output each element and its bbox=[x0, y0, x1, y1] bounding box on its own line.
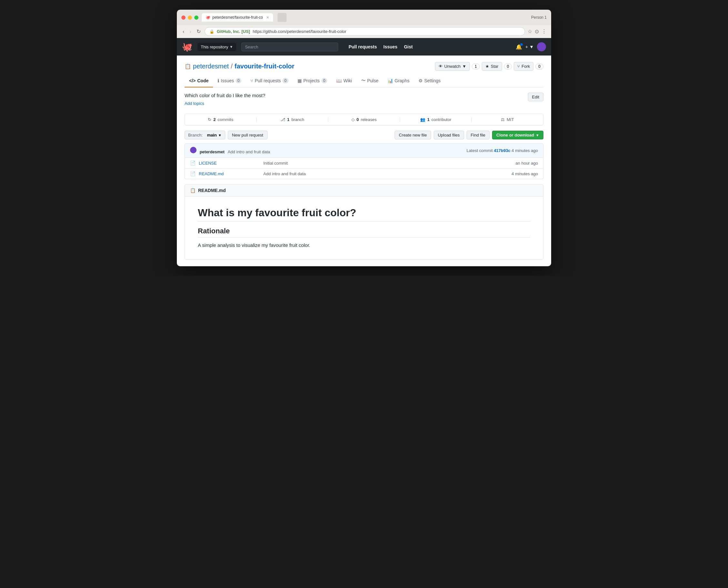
tab-settings-label: Settings bbox=[424, 78, 441, 83]
nav-issues[interactable]: Issues bbox=[383, 44, 398, 49]
extensions-icon[interactable]: ⊙ bbox=[535, 28, 539, 35]
nav-pull-requests[interactable]: Pull requests bbox=[348, 44, 377, 49]
repo-name-link[interactable]: favourite-fruit-color bbox=[235, 63, 295, 70]
new-pull-request-button[interactable]: New pull request bbox=[228, 131, 267, 140]
back-button[interactable]: ‹ bbox=[181, 28, 186, 35]
find-file-button[interactable]: Find file bbox=[467, 131, 490, 140]
minimize-button[interactable] bbox=[188, 16, 192, 20]
clone-or-download-button[interactable]: Clone or download ▼ bbox=[492, 131, 543, 140]
bookmark-icon[interactable]: ☆ bbox=[528, 28, 532, 35]
branch-dropdown-icon: ▼ bbox=[218, 133, 222, 137]
star-count: 0 bbox=[504, 64, 512, 69]
contributors-stat[interactable]: 👥 1 contributor bbox=[400, 117, 472, 122]
new-tab-button[interactable] bbox=[278, 13, 286, 22]
maximize-button[interactable] bbox=[194, 16, 198, 20]
star-icon: ★ bbox=[485, 64, 489, 69]
branches-label: branch bbox=[292, 117, 304, 122]
file-name-readme[interactable]: README.md bbox=[199, 171, 263, 176]
new-item-button[interactable]: + ▼ bbox=[526, 44, 534, 49]
file-toolbar: Branch: main ▼ New pull request Create n… bbox=[185, 131, 543, 140]
tab-graphs[interactable]: 📊 Graphs bbox=[383, 75, 414, 87]
readme-body: What is my favourite fruit color? Ration… bbox=[185, 196, 543, 259]
tab-code[interactable]: </> Code bbox=[185, 75, 213, 87]
releases-count: 0 bbox=[357, 117, 359, 122]
github-logo-icon[interactable]: 🐙 bbox=[182, 42, 192, 52]
tab-close-icon[interactable]: ✕ bbox=[266, 16, 269, 20]
tab-issues[interactable]: ℹ Issues 0 bbox=[213, 75, 246, 87]
branch-name: main bbox=[207, 133, 216, 138]
create-new-file-button[interactable]: Create new file bbox=[395, 131, 431, 140]
branch-selector[interactable]: Branch: main ▼ bbox=[185, 131, 225, 140]
star-label: Star bbox=[491, 64, 498, 69]
fork-button[interactable]: ⑂ Fork bbox=[514, 62, 533, 71]
tab-projects-label: Projects bbox=[303, 78, 320, 83]
commits-label: commits bbox=[218, 117, 233, 122]
github-navbar: 🐙 This repository ▼ Pull requests Issues… bbox=[177, 38, 551, 56]
unwatch-button[interactable]: 👁 Unwatch ▼ bbox=[435, 62, 470, 71]
file-time-license: an hour ago bbox=[516, 161, 538, 166]
tab-projects[interactable]: ▦ Projects 0 bbox=[293, 75, 332, 87]
nav-links: Pull requests Issues Gist bbox=[348, 44, 413, 49]
wiki-icon: 📖 bbox=[336, 78, 342, 83]
tab-settings[interactable]: ⚙ Settings bbox=[414, 75, 445, 87]
unwatch-count: 1 bbox=[472, 64, 480, 69]
nav-right: 🔔 + ▼ bbox=[516, 42, 546, 51]
repo-owner-link[interactable]: peterdesmet bbox=[193, 63, 229, 70]
repo-description: Which color of fruit do I like the most?… bbox=[185, 92, 265, 111]
commits-count: 2 bbox=[213, 117, 216, 122]
nav-gist[interactable]: Gist bbox=[404, 44, 413, 49]
menu-icon[interactable]: ⋮ bbox=[541, 28, 547, 35]
breadcrumb-separator: / bbox=[231, 63, 233, 70]
releases-stat[interactable]: ◇ 0 releases bbox=[328, 117, 400, 122]
settings-icon: ⚙ bbox=[419, 78, 423, 83]
close-button[interactable] bbox=[181, 16, 186, 20]
star-button[interactable]: ★ Star bbox=[482, 62, 502, 71]
repo-stats-bar: ↻ 2 commits ⎇ 1 branch ◇ 0 releases 👥 1 … bbox=[185, 113, 543, 126]
commits-stat[interactable]: ↻ 2 commits bbox=[185, 117, 257, 122]
search-input[interactable] bbox=[241, 43, 338, 51]
branches-stat[interactable]: ⎇ 1 branch bbox=[257, 117, 328, 122]
github-favicon-icon: 🐙 bbox=[206, 15, 210, 20]
upload-files-button[interactable]: Upload files bbox=[434, 131, 464, 140]
notification-badge bbox=[520, 43, 523, 46]
add-topics-link[interactable]: Add topics bbox=[185, 101, 204, 106]
tab-wiki-label: Wiki bbox=[343, 78, 352, 83]
repo-action-buttons: 👁 Unwatch ▼ 1 ★ Star 0 ⑂ Fork 0 bbox=[435, 62, 543, 71]
commit-author-name[interactable]: peterdesmet bbox=[200, 149, 224, 154]
file-toolbar-left: Branch: main ▼ New pull request bbox=[185, 131, 267, 140]
contributors-label: contributor bbox=[431, 117, 451, 122]
readme-header-title: README.md bbox=[198, 188, 226, 193]
refresh-button[interactable]: ↻ bbox=[195, 28, 202, 35]
commit-hash[interactable]: 417b93c bbox=[494, 148, 510, 153]
edit-description-button[interactable]: Edit bbox=[528, 92, 543, 101]
latest-commit-label: Latest commit bbox=[467, 148, 493, 153]
address-bar[interactable]: 🔒 GitHub, Inc. [US] https://github.com/p… bbox=[205, 27, 525, 36]
readme-icon: 📋 bbox=[190, 188, 196, 193]
license-stat[interactable]: ⚖ MIT bbox=[472, 117, 543, 122]
readme-h1: What is my favourite fruit color? bbox=[198, 207, 530, 222]
repo-nav-selector[interactable]: This repository ▼ bbox=[197, 43, 236, 51]
license-icon: ⚖ bbox=[501, 117, 505, 122]
repo-desc-text: Which color of fruit do I like the most? bbox=[185, 92, 265, 98]
notifications-bell[interactable]: 🔔 bbox=[516, 44, 522, 50]
unwatch-dropdown-icon: ▼ bbox=[462, 64, 466, 69]
tab-wiki[interactable]: 📖 Wiki bbox=[332, 75, 356, 87]
search-container bbox=[241, 43, 338, 51]
tab-pulse[interactable]: 〜 Pulse bbox=[357, 75, 383, 87]
file-name-license[interactable]: LICENSE bbox=[199, 161, 263, 166]
file-icon-readme: 📄 bbox=[190, 171, 196, 176]
code-icon: </> bbox=[189, 78, 196, 83]
tab-pr-label: Pull requests bbox=[255, 78, 281, 83]
repo-tabs: </> Code ℹ Issues 0 ⑂ Pull requests 0 ▦ … bbox=[185, 75, 543, 87]
tab-pull-requests[interactable]: ⑂ Pull requests 0 bbox=[246, 75, 293, 87]
pulse-icon: 〜 bbox=[361, 78, 366, 84]
commits-icon: ↻ bbox=[208, 117, 211, 122]
releases-icon: ◇ bbox=[351, 117, 355, 122]
active-tab[interactable]: 🐙 peterdesmet/favourite-fruit-co ✕ bbox=[202, 13, 273, 22]
file-commit-license: Initial commit bbox=[263, 161, 516, 166]
url-text: https://github.com/peterdesmet/favourite… bbox=[253, 29, 346, 34]
file-row-readme: 📄 README.md Add intro and fruit data 4 m… bbox=[185, 168, 543, 179]
clone-dropdown-icon: ▼ bbox=[536, 133, 539, 137]
forward-button[interactable]: › bbox=[188, 28, 192, 35]
user-avatar[interactable] bbox=[537, 42, 546, 51]
